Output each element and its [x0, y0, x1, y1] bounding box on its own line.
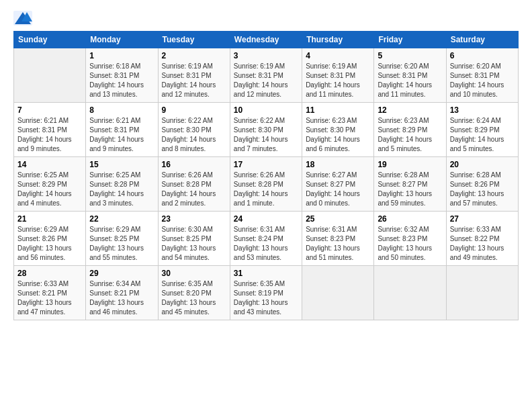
day-number: 24 [234, 214, 298, 224]
day-info: Sunrise: 6:34 AM Sunset: 8:21 PM Dayligh… [89, 279, 154, 317]
day-number: 23 [162, 214, 226, 224]
calendar-cell: 16Sunrise: 6:26 AM Sunset: 8:28 PM Dayli… [158, 157, 230, 212]
day-info: Sunrise: 6:21 AM Sunset: 8:31 PM Dayligh… [89, 116, 154, 154]
weekday-header-tuesday: Tuesday [158, 32, 230, 48]
weekday-header-monday: Monday [86, 32, 158, 48]
day-number: 12 [378, 105, 442, 115]
calendar-cell [374, 266, 446, 320]
weekday-header-friday: Friday [374, 32, 446, 48]
day-info: Sunrise: 6:30 AM Sunset: 8:25 PM Dayligh… [162, 225, 226, 263]
day-info: Sunrise: 6:20 AM Sunset: 8:31 PM Dayligh… [450, 62, 515, 99]
calendar-cell [446, 266, 518, 320]
weekday-header-thursday: Thursday [302, 32, 374, 48]
calendar-cell: 7Sunrise: 6:21 AM Sunset: 8:31 PM Daylig… [14, 103, 86, 157]
day-number: 15 [89, 160, 154, 169]
day-number: 28 [17, 269, 82, 278]
logo-icon [13, 11, 32, 26]
day-info: Sunrise: 6:33 AM Sunset: 8:22 PM Dayligh… [450, 225, 515, 263]
day-number: 19 [378, 160, 442, 169]
calendar-cell: 5Sunrise: 6:20 AM Sunset: 8:31 PM Daylig… [374, 48, 446, 103]
day-number: 31 [234, 269, 298, 278]
calendar-cell: 13Sunrise: 6:24 AM Sunset: 8:29 PM Dayli… [446, 103, 518, 157]
calendar-cell: 6Sunrise: 6:20 AM Sunset: 8:31 PM Daylig… [446, 48, 518, 103]
day-info: Sunrise: 6:31 AM Sunset: 8:24 PM Dayligh… [234, 225, 298, 263]
day-number: 5 [378, 51, 442, 60]
day-info: Sunrise: 6:21 AM Sunset: 8:31 PM Dayligh… [17, 116, 82, 154]
day-number: 22 [89, 214, 154, 224]
day-info: Sunrise: 6:29 AM Sunset: 8:26 PM Dayligh… [17, 225, 82, 263]
day-number: 14 [17, 160, 82, 169]
day-info: Sunrise: 6:26 AM Sunset: 8:28 PM Dayligh… [162, 171, 226, 208]
day-number: 7 [17, 105, 82, 115]
day-info: Sunrise: 6:23 AM Sunset: 8:29 PM Dayligh… [378, 116, 442, 154]
day-info: Sunrise: 6:24 AM Sunset: 8:29 PM Dayligh… [450, 116, 515, 154]
day-number: 9 [162, 105, 226, 115]
calendar-cell: 14Sunrise: 6:25 AM Sunset: 8:29 PM Dayli… [14, 157, 86, 212]
day-number: 6 [450, 51, 515, 60]
day-info: Sunrise: 6:19 AM Sunset: 8:31 PM Dayligh… [306, 62, 370, 99]
day-info: Sunrise: 6:25 AM Sunset: 8:28 PM Dayligh… [89, 171, 154, 208]
day-number: 26 [378, 214, 442, 224]
day-number: 21 [17, 214, 82, 224]
day-number: 11 [306, 105, 370, 115]
day-number: 16 [162, 160, 226, 169]
day-info: Sunrise: 6:35 AM Sunset: 8:20 PM Dayligh… [162, 279, 226, 317]
day-info: Sunrise: 6:18 AM Sunset: 8:31 PM Dayligh… [89, 62, 154, 99]
calendar-cell: 22Sunrise: 6:29 AM Sunset: 8:25 PM Dayli… [86, 212, 158, 266]
day-info: Sunrise: 6:23 AM Sunset: 8:30 PM Dayligh… [306, 116, 370, 154]
day-info: Sunrise: 6:19 AM Sunset: 8:31 PM Dayligh… [162, 62, 226, 99]
day-number: 3 [234, 51, 298, 60]
day-info: Sunrise: 6:25 AM Sunset: 8:29 PM Dayligh… [17, 171, 82, 208]
day-info: Sunrise: 6:26 AM Sunset: 8:28 PM Dayligh… [234, 171, 298, 208]
calendar-cell: 19Sunrise: 6:28 AM Sunset: 8:27 PM Dayli… [374, 157, 446, 212]
day-number: 17 [234, 160, 298, 169]
day-number: 1 [89, 51, 154, 60]
calendar-cell [302, 266, 374, 320]
day-info: Sunrise: 6:32 AM Sunset: 8:23 PM Dayligh… [378, 225, 442, 263]
calendar-cell: 17Sunrise: 6:26 AM Sunset: 8:28 PM Dayli… [230, 157, 302, 212]
weekday-header-wednesday: Wednesday [230, 32, 302, 48]
day-info: Sunrise: 6:27 AM Sunset: 8:27 PM Dayligh… [306, 171, 370, 208]
day-number: 2 [162, 51, 226, 60]
calendar-cell: 18Sunrise: 6:27 AM Sunset: 8:27 PM Dayli… [302, 157, 374, 212]
weekday-header-saturday: Saturday [446, 32, 518, 48]
calendar-cell [14, 48, 86, 103]
day-info: Sunrise: 6:22 AM Sunset: 8:30 PM Dayligh… [234, 116, 298, 154]
calendar-cell: 30Sunrise: 6:35 AM Sunset: 8:20 PM Dayli… [158, 266, 230, 320]
calendar-cell: 9Sunrise: 6:22 AM Sunset: 8:30 PM Daylig… [158, 103, 230, 157]
calendar-cell: 1Sunrise: 6:18 AM Sunset: 8:31 PM Daylig… [86, 48, 158, 103]
day-info: Sunrise: 6:20 AM Sunset: 8:31 PM Dayligh… [378, 62, 442, 99]
day-number: 13 [450, 105, 515, 115]
day-number: 25 [306, 214, 370, 224]
day-info: Sunrise: 6:31 AM Sunset: 8:23 PM Dayligh… [306, 225, 370, 263]
calendar-cell: 8Sunrise: 6:21 AM Sunset: 8:31 PM Daylig… [86, 103, 158, 157]
day-number: 10 [234, 105, 298, 115]
calendar-cell: 15Sunrise: 6:25 AM Sunset: 8:28 PM Dayli… [86, 157, 158, 212]
day-info: Sunrise: 6:35 AM Sunset: 8:19 PM Dayligh… [234, 279, 298, 317]
calendar-cell: 4Sunrise: 6:19 AM Sunset: 8:31 PM Daylig… [302, 48, 374, 103]
day-number: 20 [450, 160, 515, 169]
calendar-cell: 2Sunrise: 6:19 AM Sunset: 8:31 PM Daylig… [158, 48, 230, 103]
weekday-header-sunday: Sunday [14, 32, 86, 48]
calendar-cell: 25Sunrise: 6:31 AM Sunset: 8:23 PM Dayli… [302, 212, 374, 266]
calendar-cell: 24Sunrise: 6:31 AM Sunset: 8:24 PM Dayli… [230, 212, 302, 266]
day-number: 27 [450, 214, 515, 224]
calendar-cell: 21Sunrise: 6:29 AM Sunset: 8:26 PM Dayli… [14, 212, 86, 266]
calendar-cell: 31Sunrise: 6:35 AM Sunset: 8:19 PM Dayli… [230, 266, 302, 320]
calendar-cell: 20Sunrise: 6:28 AM Sunset: 8:26 PM Dayli… [446, 157, 518, 212]
calendar-cell: 12Sunrise: 6:23 AM Sunset: 8:29 PM Dayli… [374, 103, 446, 157]
calendar-cell: 29Sunrise: 6:34 AM Sunset: 8:21 PM Dayli… [86, 266, 158, 320]
day-info: Sunrise: 6:19 AM Sunset: 8:31 PM Dayligh… [234, 62, 298, 99]
day-info: Sunrise: 6:28 AM Sunset: 8:27 PM Dayligh… [378, 171, 442, 208]
day-info: Sunrise: 6:29 AM Sunset: 8:25 PM Dayligh… [89, 225, 154, 263]
calendar-table: SundayMondayTuesdayWednesdayThursdayFrid… [13, 31, 519, 320]
calendar-cell: 26Sunrise: 6:32 AM Sunset: 8:23 PM Dayli… [374, 212, 446, 266]
day-number: 29 [89, 269, 154, 278]
day-number: 8 [89, 105, 154, 115]
calendar-cell: 3Sunrise: 6:19 AM Sunset: 8:31 PM Daylig… [230, 48, 302, 103]
day-info: Sunrise: 6:22 AM Sunset: 8:30 PM Dayligh… [162, 116, 226, 154]
calendar-cell: 27Sunrise: 6:33 AM Sunset: 8:22 PM Dayli… [446, 212, 518, 266]
calendar-cell: 10Sunrise: 6:22 AM Sunset: 8:30 PM Dayli… [230, 103, 302, 157]
day-number: 30 [162, 269, 226, 278]
logo [13, 11, 35, 26]
